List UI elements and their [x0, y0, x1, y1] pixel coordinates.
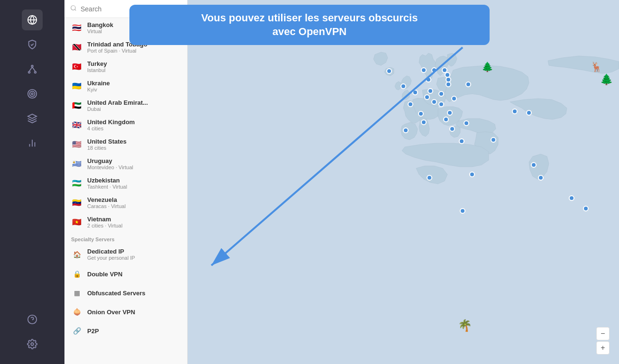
sidebar-item-layers[interactable]	[22, 108, 43, 129]
map-dot-paris[interactable]	[408, 102, 413, 107]
map-dot-mumbai[interactable]	[531, 163, 536, 167]
server-flag-5: 🇬🇧	[71, 119, 82, 131]
sidebar-item-help[interactable]	[22, 309, 43, 330]
map-dot-oslo[interactable]	[421, 68, 426, 73]
tooltip-line2: avec OpenVPN	[148, 25, 471, 39]
specialty-info-2: Obfuscated Servers	[87, 290, 146, 297]
map-dot-tallinn[interactable]	[445, 73, 450, 77]
dedicated-ip-icon: 🏠	[71, 249, 82, 260]
sidebar-item-globe[interactable]	[22, 9, 43, 30]
server-name-6: United States	[87, 138, 127, 145]
sidebar-item-target[interactable]	[22, 83, 43, 104]
map-dot-colombo[interactable]	[538, 175, 543, 180]
map-dot-dubai[interactable]	[491, 137, 496, 142]
server-item-5[interactable]: 🇬🇧 United Kingdom 4 cities	[64, 115, 187, 135]
server-name-7: Uruguay	[87, 157, 133, 164]
svg-marker-10	[28, 114, 36, 118]
map-dot-reykjavik[interactable]	[387, 69, 391, 73]
map-dot-kiev[interactable]	[452, 96, 456, 101]
sidebar-item-nodes[interactable]	[22, 59, 43, 80]
map-dot-uk[interactable]	[401, 84, 406, 89]
server-flag-3: 🇺🇦	[71, 81, 82, 92]
map-dot-madrid[interactable]	[403, 128, 408, 133]
server-info-6: United States 18 cities	[87, 138, 127, 151]
tooltip-line1: Vous pouvez utiliser les serveurs obscur…	[148, 11, 471, 25]
map-dot-stockholm[interactable]	[432, 68, 437, 73]
server-sub-9: Caracas · Virtual	[87, 203, 126, 209]
server-flag-10: 🇻🇳	[71, 217, 82, 228]
sidebar-item-shield[interactable]	[22, 34, 43, 55]
server-item-10[interactable]: 🇻🇳 Vietnam 2 cities · Virtual	[64, 212, 187, 232]
icon-sidebar	[0, 0, 64, 364]
map-dot-tashkent[interactable]	[512, 109, 517, 114]
map-area: 🌲 🌲 🌴 🦌	[188, 0, 619, 364]
p2p-icon: 🔗	[71, 325, 82, 337]
server-item-3[interactable]: 🇺🇦 Ukraine Kyiv	[64, 76, 187, 96]
server-sub-5: 4 cities	[87, 126, 135, 131]
specialty-item-obfuscated-icon[interactable]: ▦ Obfuscated Servers	[64, 283, 187, 302]
server-item-7[interactable]: 🇺🇾 Uruguay Montevideo · Virtual	[64, 154, 187, 173]
sidebar-item-settings[interactable]	[22, 334, 43, 355]
map-dot-helsinki[interactable]	[442, 68, 447, 73]
specialty-section-label: Specialty Servers	[64, 232, 187, 244]
specialty-item-p2p-icon[interactable]: 🔗 P2P	[64, 321, 187, 340]
server-name-4: United Arab Emirat...	[87, 99, 148, 106]
svg-point-9	[31, 93, 33, 95]
map-dot-prague[interactable]	[425, 95, 429, 100]
specialty-item-onion-icon[interactable]: 🧅 Onion Over VPN	[64, 302, 187, 321]
map-dot-nairobi[interactable]	[470, 172, 474, 177]
map-dot-cairo[interactable]	[459, 139, 464, 144]
map-dot-milan[interactable]	[419, 111, 423, 116]
map-svg: 🌲 🌲 🌴 🦌	[188, 0, 619, 364]
specialty-sub-0: Get your personal IP	[87, 255, 135, 261]
map-dot-almaty[interactable]	[527, 110, 531, 115]
zoom-plus-button[interactable]: +	[596, 341, 610, 355]
map-dot-sofia[interactable]	[444, 117, 448, 122]
server-name-8: Uzbekistan	[87, 177, 127, 184]
server-sub-7: Montevideo · Virtual	[87, 164, 133, 170]
map-dot-bucharest[interactable]	[447, 110, 452, 115]
svg-point-8	[30, 91, 35, 97]
server-flag-0: 🇹🇭	[71, 22, 82, 34]
map-dot-budapest[interactable]	[439, 102, 444, 107]
server-info-5: United Kingdom 4 cities	[87, 118, 135, 131]
sidebar-item-stats[interactable]	[22, 133, 43, 154]
specialty-item-double-vpn-icon[interactable]: 🔒 Double VPN	[64, 264, 187, 283]
server-name-3: Ukraine	[87, 80, 110, 87]
server-item-4[interactable]: 🇦🇪 United Arab Emirat... Dubai	[64, 96, 187, 115]
specialty-name-0: Dedicated IP	[87, 248, 135, 255]
map-dot-rome[interactable]	[421, 120, 426, 125]
server-item-6[interactable]: 🇺🇸 United States 18 cities	[64, 135, 187, 154]
specialty-item-dedicated-ip-icon[interactable]: 🏠 Dedicated IP Get your personal IP	[64, 244, 187, 264]
svg-point-4	[35, 72, 36, 73]
search-icon	[70, 5, 77, 13]
server-item-9[interactable]: 🇻🇪 Venezuela Caracas · Virtual	[64, 193, 187, 212]
server-sub-3: Kyiv	[87, 87, 110, 92]
map-dot-warsaw[interactable]	[439, 91, 444, 96]
server-name-10: Vietnam	[87, 216, 122, 223]
map-dot-berlin[interactable]	[428, 89, 433, 93]
map-dot-riga[interactable]	[446, 77, 451, 82]
svg-line-6	[32, 67, 35, 71]
map-dot-athens[interactable]	[450, 127, 455, 131]
server-item-8[interactable]: 🇺🇿 Uzbekistan Tashkent · Virtual	[64, 173, 187, 193]
server-flag-2: 🇹🇷	[71, 61, 82, 73]
server-sub-6: 18 cities	[87, 145, 127, 151]
map-dot-istanbul[interactable]	[464, 121, 469, 126]
map-dot-johannesburg[interactable]	[460, 209, 465, 213]
map-dot-amsterdam[interactable]	[413, 90, 418, 95]
server-item-2[interactable]: 🇹🇷 Turkey Istanbul	[64, 57, 187, 76]
map-dot-lagos[interactable]	[427, 175, 432, 180]
server-flag-9: 🇻🇪	[71, 197, 82, 209]
map-dot-vilnius[interactable]	[446, 82, 451, 87]
zoom-minus-button[interactable]: −	[596, 327, 610, 340]
map-dot-singapore[interactable]	[569, 196, 574, 200]
map-dot-copenhagen[interactable]	[426, 77, 431, 82]
map-dot-vienna[interactable]	[432, 100, 437, 104]
specialty-info-4: P2P	[87, 328, 99, 335]
server-info-3: Ukraine Kyiv	[87, 80, 110, 92]
specialty-name-3: Onion Over VPN	[87, 309, 135, 316]
map-dot-jakarta[interactable]	[583, 206, 588, 211]
map-dot-moscow[interactable]	[466, 82, 471, 87]
server-flag-7: 🇺🇾	[71, 158, 82, 170]
